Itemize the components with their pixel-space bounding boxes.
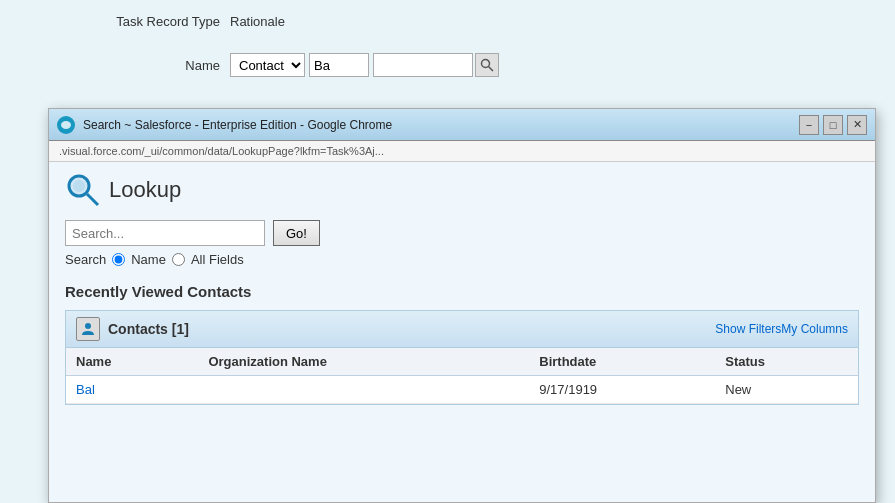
contact-type-select[interactable]: Contact	[230, 53, 305, 77]
modal-title: Search ~ Salesforce - Enterprise Edition…	[83, 118, 799, 132]
contacts-section: Contacts [1] Show Filters My Columns Nam…	[65, 310, 859, 405]
contact-name-cell: Bal	[66, 376, 198, 404]
all-fields-radio-label: All Fields	[191, 252, 244, 267]
col-birthdate: Birthdate	[529, 348, 715, 376]
task-record-type-row: Task Record Type Rationale	[0, 0, 895, 43]
contact-name-link[interactable]: Bal	[76, 382, 95, 397]
svg-point-6	[85, 323, 91, 329]
contact-birthdate-cell: 9/17/1919	[529, 376, 715, 404]
modal-titlebar: Search ~ Salesforce - Enterprise Edition…	[49, 109, 875, 141]
search-label: Search	[65, 252, 106, 267]
go-button[interactable]: Go!	[273, 220, 320, 246]
name-radio-label: Name	[131, 252, 166, 267]
maximize-button[interactable]: □	[823, 115, 843, 135]
contact-status-cell: New	[715, 376, 858, 404]
window-controls: − □ ✕	[799, 115, 867, 135]
lookup-title: Lookup	[109, 177, 181, 203]
svg-line-1	[489, 67, 494, 72]
svg-line-4	[87, 194, 98, 205]
name-radio[interactable]	[112, 253, 125, 266]
name-search-input2[interactable]	[373, 53, 473, 77]
table-row: Bal 9/17/1919 New	[66, 376, 858, 404]
name-search-input[interactable]	[309, 53, 369, 77]
table-header-row: Name Organization Name Birthdate Status	[66, 348, 858, 376]
contacts-title: Contacts [1]	[108, 321, 715, 337]
search-icon	[480, 58, 494, 72]
salesforce-icon	[57, 116, 75, 134]
col-name: Name	[66, 348, 198, 376]
lookup-magnifier-icon	[65, 172, 101, 208]
contact-org-cell	[198, 376, 529, 404]
task-record-type-label: Task Record Type	[20, 14, 220, 29]
address-bar: .visual.force.com/_ui/common/data/Lookup…	[49, 141, 875, 162]
svg-point-0	[482, 60, 490, 68]
minimize-button[interactable]: −	[799, 115, 819, 135]
contacts-header: Contacts [1] Show Filters My Columns	[66, 311, 858, 348]
col-status: Status	[715, 348, 858, 376]
lookup-header: Lookup	[65, 172, 859, 208]
lookup-search-input[interactable]	[65, 220, 265, 246]
modal-content: Lookup Go! Search Name All Fields Recent…	[49, 162, 875, 502]
my-columns-link[interactable]: My Columns	[781, 322, 848, 336]
contacts-icon	[76, 317, 100, 341]
contacts-table: Name Organization Name Birthdate Status …	[66, 348, 858, 404]
name-label: Name	[20, 58, 220, 73]
show-filters-link[interactable]: Show Filters	[715, 322, 781, 336]
name-search-button[interactable]	[475, 53, 499, 77]
name-row: Name Contact	[0, 43, 895, 87]
task-record-type-value: Rationale	[230, 14, 285, 29]
lookup-modal: Search ~ Salesforce - Enterprise Edition…	[48, 108, 876, 503]
col-org: Organization Name	[198, 348, 529, 376]
all-fields-radio[interactable]	[172, 253, 185, 266]
search-filter-row: Search Name All Fields	[65, 252, 859, 267]
svg-point-2	[61, 121, 71, 129]
svg-point-5	[73, 180, 85, 192]
close-button[interactable]: ✕	[847, 115, 867, 135]
search-input-row: Go!	[65, 220, 859, 246]
recently-viewed-title: Recently Viewed Contacts	[65, 283, 859, 300]
